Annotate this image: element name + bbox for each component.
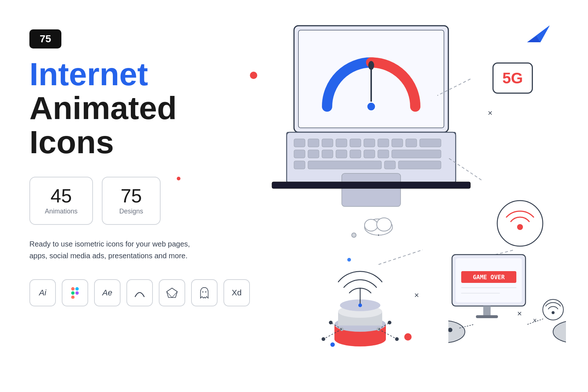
svg-rect-2 [71, 291, 75, 295]
stat-box-designs: 75 Designs [102, 177, 161, 225]
svg-rect-24 [378, 139, 389, 147]
svg-point-8 [205, 291, 206, 292]
title-animated: Animated [29, 91, 250, 125]
tool-ai[interactable]: Ai [29, 279, 56, 306]
stat-label-designs: Designs [117, 208, 145, 215]
tool-figma[interactable] [62, 279, 88, 306]
cloud-illustration [360, 211, 397, 238]
tool-ae[interactable]: Ae [94, 279, 121, 306]
svg-rect-0 [71, 287, 75, 291]
paper-plane-icon [526, 22, 551, 46]
svg-rect-21 [336, 139, 347, 147]
svg-marker-5 [167, 288, 178, 298]
svg-rect-18 [294, 139, 305, 147]
title-internet: Internet [29, 57, 250, 91]
svg-point-4 [75, 291, 79, 295]
5g-badge: 5G [492, 62, 533, 94]
svg-rect-73 [483, 306, 491, 315]
svg-point-7 [202, 291, 203, 292]
stats-row: 45 Animations 75 Designs [29, 177, 250, 225]
title-icons: Icons [29, 125, 250, 159]
game-monitor-illustration: GAME OVER × [448, 251, 566, 355]
svg-rect-26 [406, 139, 417, 147]
x-mark-1: × [488, 108, 492, 118]
svg-rect-35 [392, 150, 441, 158]
svg-rect-37 [308, 161, 381, 169]
count-badge: 75 [29, 29, 61, 48]
svg-rect-36 [294, 161, 305, 169]
tool-lottie[interactable] [126, 279, 153, 306]
tool-ghost[interactable] [191, 279, 218, 306]
svg-rect-27 [420, 139, 441, 147]
svg-text:GAME OVER: GAME OVER [473, 274, 505, 281]
illustration-area: 5G × × × [257, 0, 588, 392]
svg-point-65 [388, 321, 391, 324]
dot-gray-1 [351, 233, 356, 238]
svg-point-66 [330, 342, 335, 347]
ai-label: Ai [39, 288, 46, 298]
svg-rect-28 [294, 150, 305, 158]
wifi-router-illustration [320, 251, 401, 355]
svg-rect-22 [350, 139, 361, 147]
tool-xd[interactable]: Xd [223, 279, 250, 306]
dot-red-2 [404, 333, 412, 341]
tool-icons-row: Ai Ae [29, 279, 250, 306]
svg-rect-38 [384, 161, 395, 169]
svg-rect-19 [308, 139, 319, 147]
svg-rect-25 [392, 139, 403, 147]
svg-rect-23 [364, 139, 375, 147]
svg-point-64 [329, 321, 333, 324]
svg-rect-1 [75, 287, 79, 291]
stat-number-animations: 45 [45, 186, 78, 205]
decorative-red-dot [177, 177, 180, 180]
figma-icon [69, 287, 81, 299]
svg-point-63 [395, 337, 399, 341]
svg-point-14 [367, 102, 376, 111]
laptop-illustration [265, 22, 514, 215]
xd-label: Xd [232, 288, 242, 298]
ae-label: Ae [103, 288, 112, 298]
ghost-icon [198, 287, 210, 299]
5g-text: 5G [502, 69, 523, 87]
svg-rect-3 [71, 296, 75, 299]
dot-red-1 [250, 72, 257, 79]
svg-rect-20 [322, 139, 333, 147]
svg-rect-34 [378, 150, 389, 158]
svg-rect-41 [272, 182, 470, 188]
svg-rect-30 [322, 150, 333, 158]
lottie-icon [134, 287, 146, 299]
tool-sketch[interactable] [159, 279, 185, 306]
svg-point-15 [368, 61, 374, 70]
svg-point-87 [552, 311, 555, 314]
svg-text:×: × [533, 317, 537, 324]
svg-rect-39 [398, 161, 441, 169]
svg-point-62 [322, 337, 325, 341]
svg-point-81 [553, 321, 566, 343]
svg-point-46 [497, 201, 543, 246]
svg-point-55 [358, 303, 362, 307]
svg-rect-32 [350, 150, 361, 158]
svg-rect-33 [364, 150, 375, 158]
description-text: Ready to use isometric icons for your we… [29, 238, 206, 262]
stat-number-designs: 75 [117, 186, 145, 205]
svg-point-93 [377, 218, 391, 231]
svg-rect-31 [336, 150, 347, 158]
stat-box-animations: 45 Animations [29, 177, 93, 225]
svg-rect-40 [342, 173, 401, 206]
wifi-circle [496, 199, 544, 249]
svg-point-47 [517, 224, 523, 230]
svg-point-92 [365, 219, 378, 231]
stat-label-animations: Animations [45, 208, 78, 215]
dot-blue-1 [347, 258, 351, 262]
content-left: 75 Internet Animated Icons 45 Animations… [29, 29, 250, 306]
sketch-icon [166, 287, 178, 299]
svg-rect-74 [476, 315, 498, 318]
svg-rect-29 [308, 150, 319, 158]
x-mark-2: × [414, 291, 419, 300]
